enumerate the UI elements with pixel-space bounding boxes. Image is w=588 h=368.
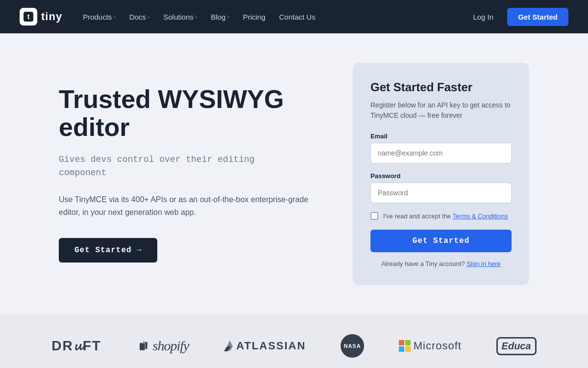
signup-form-card: Get Started Faster Register below for an…	[353, 63, 529, 285]
password-label: Password	[370, 172, 512, 180]
terms-row: I've read and accept the Terms & Conditi…	[370, 212, 512, 220]
terms-link[interactable]: Terms & Conditions	[453, 212, 508, 220]
hero-get-started-button[interactable]: Get Started →	[59, 238, 157, 263]
logo[interactable]: t tiny	[20, 8, 62, 26]
logo-text: tiny	[41, 10, 62, 23]
nav-links: Products › Docs › Solutions › Blog › Pri…	[77, 9, 462, 25]
logos-strip: DR𝓾FT shopify ATLASSIAN NASA Mi	[0, 315, 588, 368]
shopify-logo: shopify	[136, 338, 189, 354]
form-submit-button[interactable]: Get Started	[370, 230, 512, 252]
hero-section: Trusted WYSIWYG editor Gives devs contro…	[0, 33, 588, 315]
email-label: Email	[370, 132, 512, 140]
atlassian-icon	[223, 341, 233, 351]
docs-chevron-icon: ›	[148, 14, 149, 20]
email-input[interactable]	[370, 143, 512, 163]
hero-content: Trusted WYSIWYG editor Gives devs contro…	[59, 85, 323, 263]
nav-right: Log In Get Started	[467, 8, 568, 26]
hero-subtitle: Gives devs control over their editingcom…	[59, 153, 323, 180]
educa-text: Educa	[496, 337, 537, 355]
solutions-chevron-icon: ›	[196, 14, 197, 20]
terms-label: I've read and accept the Terms & Conditi…	[383, 212, 508, 220]
navbar: t tiny Products › Docs › Solutions › Blo…	[0, 0, 588, 33]
blog-chevron-icon: ›	[227, 14, 229, 20]
nav-solutions[interactable]: Solutions ›	[157, 9, 203, 25]
nav-docs[interactable]: Docs ›	[123, 9, 156, 25]
microsoft-text: Microsoft	[414, 340, 462, 352]
svg-rect-3	[140, 342, 142, 344]
arrow-icon: →	[137, 246, 142, 255]
svg-rect-2	[140, 343, 145, 350]
password-input[interactable]	[370, 183, 512, 203]
products-chevron-icon: ›	[114, 14, 115, 20]
shopify-text: shopify	[153, 338, 189, 354]
microsoft-grid-icon	[399, 340, 411, 352]
educa-logo: Educa	[496, 337, 537, 355]
nasa-logo: NASA	[341, 334, 364, 358]
shopify-bag-icon	[136, 339, 150, 353]
logo-icon: t	[20, 8, 37, 26]
nav-get-started-button[interactable]: Get Started	[507, 8, 568, 26]
ms-cell-yellow	[405, 346, 411, 352]
atlassian-logo: ATLASSIAN	[223, 340, 306, 352]
login-button[interactable]: Log In	[467, 9, 499, 25]
nav-products[interactable]: Products ›	[77, 9, 122, 25]
nasa-circle-icon: NASA	[341, 334, 364, 358]
svg-text:t: t	[27, 13, 30, 21]
hero-cta-label: Get Started	[74, 246, 132, 255]
drift-logo: DR𝓾FT	[51, 338, 101, 354]
signin-prompt: Already have a Tiny account? Sign in her…	[370, 260, 512, 267]
signin-text: Already have a Tiny account?	[381, 260, 466, 267]
terms-checkbox[interactable]	[370, 212, 378, 220]
atlassian-text: ATLASSIAN	[236, 340, 306, 352]
hero-description: Use TinyMCE via its 400+ APIs or as an o…	[59, 193, 323, 218]
nasa-text: NASA	[343, 343, 361, 349]
nav-contact[interactable]: Contact Us	[273, 9, 321, 25]
microsoft-logo: Microsoft	[399, 340, 462, 352]
form-title: Get Started Faster	[370, 80, 512, 94]
form-subtitle: Register below for an API key to get acc…	[370, 100, 512, 121]
ms-cell-blue	[399, 346, 404, 352]
drift-text: DR𝓾FT	[51, 338, 101, 354]
ms-cell-green	[405, 340, 411, 345]
ms-cell-orange	[399, 340, 404, 345]
signin-link[interactable]: Sign in here	[466, 260, 500, 267]
nav-blog[interactable]: Blog ›	[205, 9, 235, 25]
nav-pricing[interactable]: Pricing	[237, 9, 271, 25]
hero-title: Trusted WYSIWYG editor	[59, 85, 323, 141]
